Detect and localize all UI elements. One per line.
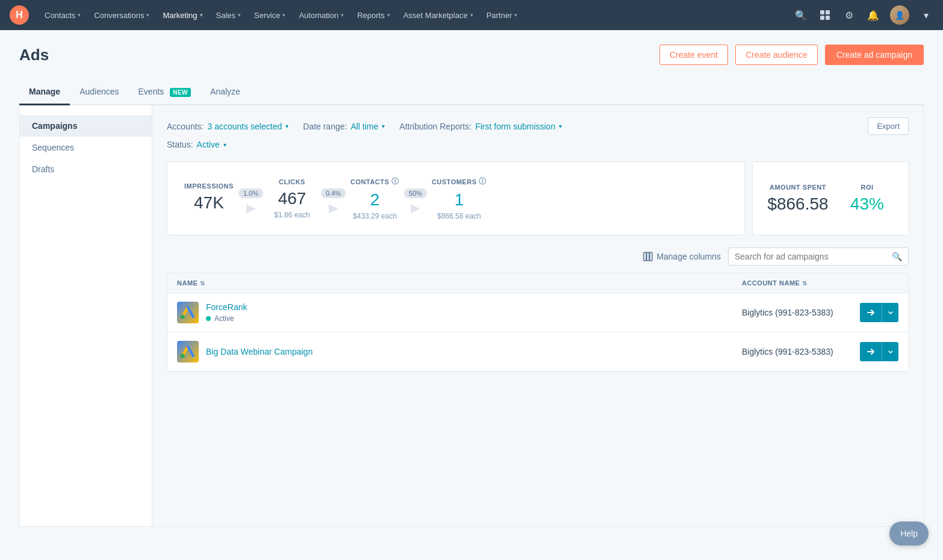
clicks-label: CLICKS: [279, 178, 305, 185]
campaign-name-col: ForceRank Active: [177, 302, 742, 323]
sort-icon[interactable]: ⇅: [802, 280, 808, 287]
customers-stat: CUSTOMERS ⓘ 1 $866.58 each: [432, 176, 487, 220]
chevron-down-icon: ▾: [514, 12, 517, 18]
notifications-icon[interactable]: 🔔: [866, 8, 880, 22]
nav-actions: 🔍 ⚙ 🔔 👤 ▾: [794, 5, 933, 25]
chevron-down-icon: ▾: [341, 12, 344, 18]
svg-point-8: [181, 354, 185, 358]
customers-info-icon[interactable]: ⓘ: [479, 176, 487, 187]
conversion-rate-3: 50%: [404, 188, 427, 198]
nav-conversations[interactable]: Conversations ▾: [89, 7, 154, 23]
sidebar-item-campaigns[interactable]: Campaigns: [20, 115, 152, 137]
nav-reports[interactable]: Reports ▾: [352, 7, 395, 23]
account-chevron-icon[interactable]: ▾: [919, 8, 933, 22]
campaign-name-link[interactable]: Big Data Webinar Campaign: [206, 347, 313, 356]
contacts-stat: CONTACTS ⓘ 2 $433.29 each: [350, 176, 399, 220]
page-title: Ads: [19, 46, 49, 64]
attribution-chevron[interactable]: ▾: [559, 123, 562, 129]
tabs: Manage Audiences Events NEW Analyze: [19, 79, 924, 105]
contacts-sub: $433.29 each: [353, 212, 397, 220]
nav-sales[interactable]: Sales ▾: [211, 7, 246, 23]
search-input[interactable]: [735, 252, 887, 261]
chevron-down-icon: ▾: [285, 123, 288, 129]
status-filter-chevron[interactable]: ▾: [223, 142, 226, 148]
tab-audiences[interactable]: Audiences: [70, 79, 128, 105]
nav-asset-marketplace[interactable]: Asset Marketplace ▾: [399, 7, 478, 23]
contacts-label: CONTACTS ⓘ: [350, 176, 399, 187]
create-event-button[interactable]: Create event: [659, 45, 728, 65]
events-new-badge: NEW: [170, 88, 191, 97]
arrow-connector-3: 50% ▶: [404, 188, 427, 215]
status-dot-active: [206, 316, 211, 321]
clicks-stat: CLICKS 467 $1.86 each: [268, 178, 316, 219]
create-audience-button[interactable]: Create audience: [735, 45, 818, 65]
chevron-down-icon: ▾: [559, 123, 562, 129]
help-button[interactable]: Help: [889, 521, 929, 541]
chevron-down-icon: ▾: [146, 12, 149, 18]
manage-columns-button[interactable]: Manage columns: [643, 252, 721, 261]
stats-card-main: IMPRESSIONS 47K 1.0% ▶ CLICKS 467 $1.86 …: [167, 161, 745, 235]
row-action-group: [860, 303, 898, 322]
nav-marketing[interactable]: Marketing ▾: [158, 7, 207, 23]
status-filter-row: Status: Active ▾: [167, 140, 909, 149]
google-ads-icon: [177, 341, 199, 362]
campaign-status: Active: [206, 314, 247, 323]
conversion-rate-1: 1.0%: [238, 188, 263, 198]
sidebar-item-drafts[interactable]: Drafts: [20, 158, 152, 180]
row-action-button[interactable]: [860, 342, 882, 361]
search-icon[interactable]: 🔍: [794, 8, 808, 22]
arrow-right-icon: ▶: [246, 201, 255, 215]
settings-icon[interactable]: ⚙: [842, 8, 856, 22]
table-toolbar: Manage columns 🔍: [167, 247, 909, 266]
arrow-connector-1: 1.0% ▶: [238, 188, 263, 215]
accounts-filter-value[interactable]: 3 accounts selected: [207, 122, 282, 131]
svg-rect-1: [826, 10, 830, 14]
nav-contacts[interactable]: Contacts ▾: [40, 7, 86, 23]
chevron-down-icon: ▾: [387, 12, 390, 18]
arrow-connector-2: 0.4% ▶: [321, 188, 346, 215]
export-button[interactable]: Export: [868, 117, 909, 135]
tab-events[interactable]: Events NEW: [129, 79, 201, 105]
nav-automation[interactable]: Automation ▾: [294, 7, 349, 23]
row-action-dropdown[interactable]: [882, 303, 898, 322]
google-ads-icon: [177, 302, 199, 323]
amount-spent-value: $866.58: [767, 194, 828, 214]
tab-manage[interactable]: Manage: [19, 79, 70, 105]
nav-partner[interactable]: Partner ▾: [482, 7, 523, 23]
create-campaign-button[interactable]: Create ad campaign: [825, 45, 924, 65]
svg-rect-2: [820, 16, 824, 20]
date-range-value[interactable]: All time: [350, 122, 378, 131]
roi-stat: ROI 43%: [843, 184, 891, 214]
svg-rect-5: [647, 252, 649, 261]
row-action-button[interactable]: [860, 303, 882, 322]
accounts-filter-chevron[interactable]: ▾: [285, 123, 288, 129]
table-row: Big Data Webinar Campaign Biglytics (991…: [167, 332, 908, 372]
tab-analyze[interactable]: Analyze: [201, 79, 250, 105]
chevron-down-icon: ▾: [223, 142, 226, 148]
main-panel: Accounts: 3 accounts selected▾ Date rang…: [152, 105, 923, 526]
chevron-down-icon: ▾: [238, 12, 241, 18]
nav-service[interactable]: Service ▾: [249, 7, 290, 23]
table-header: NAME ⇅ ACCOUNT NAME ⇅: [167, 273, 908, 293]
amount-spent-stat: AMOUNT SPENT $866.58: [770, 184, 826, 214]
table-row: ForceRank Active Biglytics (991-823-5383…: [167, 293, 908, 332]
date-range-chevron[interactable]: ▾: [382, 123, 385, 129]
impressions-stat: IMPRESSIONS 47K: [184, 182, 234, 215]
amount-spent-label: AMOUNT SPENT: [770, 184, 826, 191]
customers-sub: $866.58 each: [437, 212, 481, 220]
attribution-value[interactable]: First form submission: [475, 122, 555, 131]
contacts-info-icon[interactable]: ⓘ: [391, 176, 399, 187]
customers-value: 1: [455, 190, 464, 210]
hubspot-logo[interactable]: H: [10, 5, 29, 25]
sidebar-item-sequences[interactable]: Sequences: [20, 137, 152, 158]
row-action-dropdown[interactable]: [882, 342, 898, 361]
columns-icon: [643, 252, 653, 261]
stats-row: IMPRESSIONS 47K 1.0% ▶ CLICKS 467 $1.86 …: [167, 161, 909, 235]
user-avatar[interactable]: 👤: [890, 5, 909, 25]
campaign-name-link[interactable]: ForceRank: [206, 302, 247, 312]
sort-icon[interactable]: ⇅: [200, 280, 205, 287]
row-action-group: [860, 342, 898, 361]
marketplace-icon[interactable]: [818, 8, 832, 22]
status-filter-value[interactable]: Active: [197, 140, 220, 149]
svg-rect-4: [644, 252, 646, 261]
